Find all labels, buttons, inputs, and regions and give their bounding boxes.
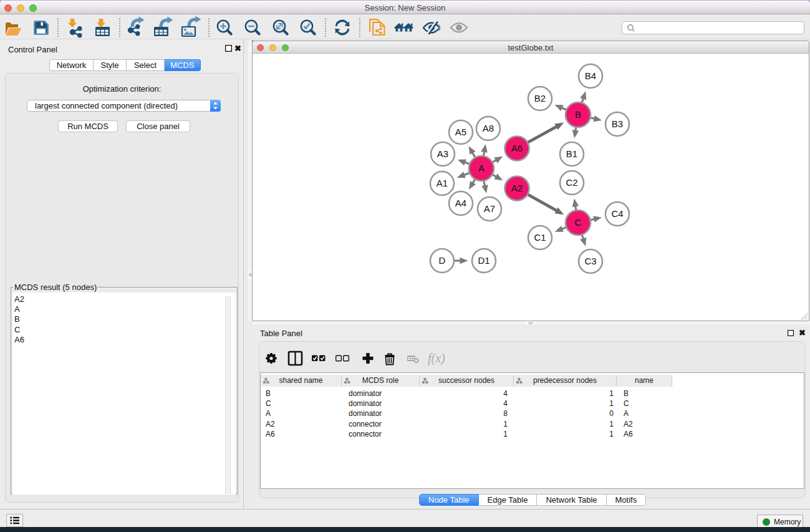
svg-text:A3: A3 — [437, 148, 448, 159]
svg-text:A4: A4 — [455, 198, 466, 208]
svg-text:A1: A1 — [436, 178, 448, 188]
svg-text:B3: B3 — [612, 118, 623, 129]
svg-text:A6: A6 — [511, 143, 523, 153]
svg-text:C4: C4 — [611, 208, 623, 219]
svg-text:A2: A2 — [511, 183, 523, 193]
svg-text:A8: A8 — [483, 123, 494, 133]
svg-text:C1: C1 — [534, 232, 546, 243]
svg-text:A5: A5 — [455, 127, 466, 137]
svg-text:C3: C3 — [584, 256, 596, 266]
svg-text:B2: B2 — [534, 93, 546, 104]
svg-text:B: B — [575, 109, 581, 120]
svg-text:D1: D1 — [478, 255, 489, 266]
svg-text:A: A — [478, 163, 485, 173]
svg-text:A7: A7 — [484, 203, 495, 214]
svg-text:C2: C2 — [566, 177, 577, 188]
svg-text:B4: B4 — [585, 70, 596, 81]
svg-text:D: D — [439, 255, 446, 266]
svg-text:C: C — [575, 217, 582, 228]
svg-text:B1: B1 — [566, 148, 577, 159]
